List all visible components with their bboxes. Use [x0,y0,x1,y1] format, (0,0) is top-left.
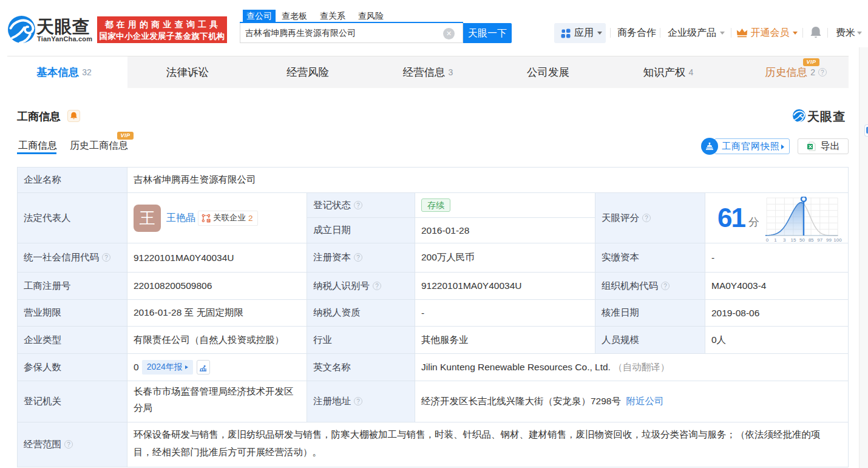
svg-text:0: 0 [766,237,769,243]
svg-text:3: 3 [783,237,786,243]
svg-text:85: 85 [809,237,814,243]
svg-text:15: 15 [790,237,796,243]
svg-text:99: 99 [826,237,832,243]
svg-text:50: 50 [799,237,805,243]
svg-text:97: 97 [817,237,822,243]
svg-text:100: 100 [833,237,842,243]
svg-text:1: 1 [774,237,777,243]
svg-text:企: 企 [207,219,210,222]
